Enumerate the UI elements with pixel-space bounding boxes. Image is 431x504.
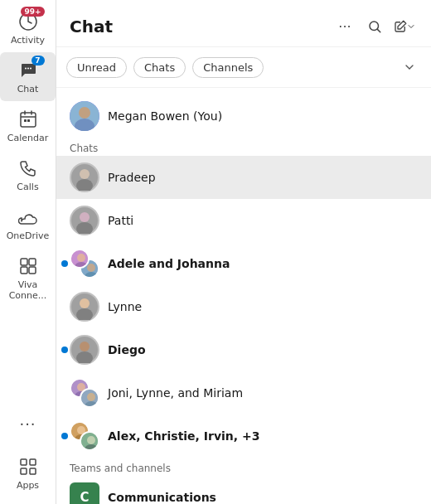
unread-dot-diego (61, 346, 68, 353)
communications-avatar: C (70, 482, 99, 504)
chat-list: Megan Bowen (You) Chats Pradeep (56, 88, 431, 504)
svg-rect-6 (21, 259, 27, 265)
viva-icon-wrap (17, 254, 40, 278)
sidebar-item-more[interactable]: ··· (0, 405, 56, 442)
diego-avatar-img (71, 337, 98, 363)
calls-label: Calls (17, 182, 38, 192)
viva-label: Viva Conne... (3, 279, 52, 301)
calendar-icon-wrap (17, 108, 40, 131)
diego-name: Diego (108, 343, 146, 356)
chat-item-diego[interactable]: Diego (56, 328, 431, 371)
activity-icon-wrap: 99+ (17, 10, 40, 33)
svg-point-19 (80, 169, 90, 179)
lynne-avatar (70, 292, 99, 322)
search-button[interactable] (361, 13, 388, 40)
calls-icon (18, 158, 38, 178)
chat-item-patti[interactable]: Patti (56, 199, 431, 242)
chat-item-communications[interactable]: C Communications (56, 476, 431, 504)
lynne-name: Lynne (108, 300, 142, 313)
activity-badge: 99+ (21, 7, 44, 17)
sidebar-item-chat[interactable]: 7 Chat (0, 52, 56, 101)
apps-label: Apps (17, 480, 39, 491)
sidebar-item-calls[interactable]: Calls (0, 150, 56, 199)
svg-point-22 (80, 212, 90, 222)
megan-avatar (70, 101, 99, 131)
chat-header: Chat ··· (56, 0, 431, 47)
sidebar-item-onedrive[interactable]: OneDrive (0, 199, 56, 248)
patti-avatar-img (71, 207, 98, 234)
sidebar: 99+ Activity 7 Chat Calendar (0, 0, 56, 504)
chat-item-pradeep[interactable]: Pradeep (56, 156, 431, 199)
calls-icon-wrap (17, 157, 40, 180)
more-icon: ··· (17, 412, 40, 435)
svg-rect-11 (30, 459, 36, 465)
sidebar-item-viva[interactable]: Viva Conne... (0, 248, 56, 308)
filter-bar: Unread Chats Channels (56, 47, 431, 88)
activity-label: Activity (11, 35, 45, 46)
filter-chats[interactable]: Chats (133, 57, 186, 78)
svg-point-0 (25, 68, 27, 70)
svg-rect-8 (21, 267, 27, 274)
header-actions: ··· (332, 13, 418, 40)
chat-item-alex-group[interactable]: Alex, Christie, Irvin, +3 (56, 414, 431, 458)
svg-point-31 (80, 298, 90, 308)
svg-rect-9 (29, 267, 36, 274)
compose-button[interactable] (391, 13, 418, 40)
sidebar-item-activity[interactable]: 99+ Activity (0, 3, 56, 52)
chat-item-joni-lynne-miriam[interactable]: Joni, Lynne, and Miriam (56, 371, 431, 414)
svg-rect-13 (30, 468, 36, 474)
diego-avatar (70, 335, 99, 365)
chat-badge: 7 (31, 56, 45, 65)
chats-section-header: Chats (56, 138, 431, 156)
sidebar-item-apps[interactable]: Apps (0, 448, 56, 497)
alex-group-avatar (70, 421, 99, 451)
svg-point-1 (27, 68, 29, 70)
apps-icon (18, 457, 38, 477)
chevron-down-icon (406, 22, 416, 32)
svg-rect-12 (21, 468, 27, 474)
svg-point-40 (87, 393, 95, 401)
svg-rect-5 (27, 119, 30, 122)
chat-icon-wrap: 7 (17, 59, 40, 82)
svg-rect-10 (21, 459, 27, 465)
svg-rect-4 (24, 119, 27, 122)
filter-unread[interactable]: Unread (66, 57, 127, 78)
patti-name: Patti (108, 214, 133, 227)
page-title: Chat (70, 17, 113, 36)
onedrive-icon-wrap (17, 206, 40, 229)
viva-icon (18, 256, 38, 276)
filter-expand-button[interactable] (398, 56, 421, 79)
calendar-label: Calendar (7, 133, 48, 143)
sidebar-item-calendar[interactable]: Calendar (0, 101, 56, 150)
unread-dot-alex (61, 433, 68, 439)
filter-channels[interactable]: Channels (192, 57, 264, 78)
chevron-down-icon (403, 61, 416, 74)
more-options-icon: ··· (338, 19, 351, 35)
adele-johanna-avatar (70, 249, 99, 279)
calendar-icon (18, 109, 38, 129)
chat-label: Chat (17, 84, 39, 94)
pradeep-avatar-img (71, 164, 98, 191)
onedrive-label: OneDrive (7, 230, 50, 241)
megan-avatar-img (70, 101, 99, 131)
onedrive-icon (18, 207, 38, 227)
communications-name: Communications (108, 491, 216, 504)
pradeep-name: Pradeep (108, 171, 156, 184)
alex-group-name: Alex, Christie, Irvin, +3 (108, 429, 259, 443)
lynne-avatar-img (71, 293, 98, 320)
pradeep-avatar (70, 162, 99, 192)
svg-point-2 (30, 68, 31, 70)
megan-row[interactable]: Megan Bowen (You) (56, 94, 431, 138)
joni-lynne-miriam-name: Joni, Lynne, and Miriam (108, 386, 243, 400)
more-options-button[interactable]: ··· (332, 13, 358, 40)
chat-item-adele-johanna[interactable]: Adele and Johanna (56, 242, 431, 285)
chat-item-lynne[interactable]: Lynne (56, 285, 431, 328)
svg-point-46 (87, 436, 95, 444)
patti-avatar (70, 206, 99, 235)
search-icon (367, 19, 382, 34)
unread-dot (61, 260, 68, 267)
svg-rect-7 (29, 259, 36, 265)
megan-name: Megan Bowen (You) (108, 109, 222, 123)
adele-johanna-name: Adele and Johanna (108, 257, 230, 270)
svg-point-25 (77, 254, 85, 262)
